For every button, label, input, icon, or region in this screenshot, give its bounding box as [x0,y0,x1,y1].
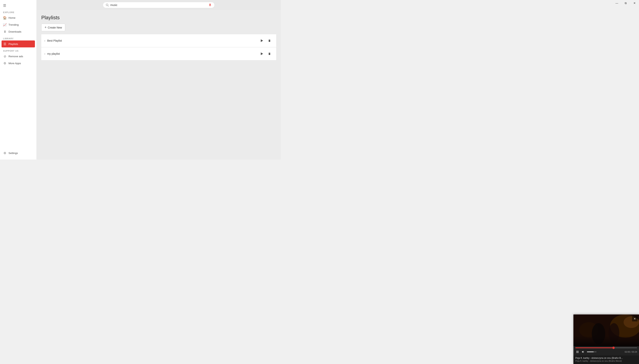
sidebar-item-home[interactable]: 🏠 Home [0,14,37,21]
plus-icon: + [45,26,47,30]
search-input[interactable] [110,4,207,6]
sidebar-item-remove-ads-label: Remove ads [9,55,23,58]
settings-icon: ⚙ [3,151,7,155]
svg-line-1 [108,6,109,6]
playlist-actions [258,50,273,58]
sidebar: ☰ EXPLORE 🏠 Home 📈 Trending ⬇ Downloads … [0,0,37,160]
svg-marker-3 [261,52,263,55]
delete-playlist-button[interactable] [266,50,273,58]
search-icon [106,4,109,6]
delete-playlist-button[interactable] [266,37,273,44]
create-new-label: Create New [48,26,62,29]
sidebar-item-downloads-label: Downloads [9,30,22,33]
play-playlist-button[interactable] [258,50,265,58]
home-icon: 🏠 [3,16,7,20]
more-apps-icon: ⚙ [3,62,7,65]
support-section-label: SUPPORT US [0,48,37,53]
playlist-actions [258,37,273,44]
sidebar-item-trending[interactable]: 📈 Trending [0,21,37,28]
sidebar-item-trending-label: Trending [9,23,19,26]
trending-icon: 📈 [3,23,7,26]
microphone-icon[interactable] [208,3,212,7]
page-title: Playlists [41,15,276,20]
playlists-icon: ☰ [3,42,7,46]
explore-section-label: EXPLORE [0,9,37,14]
chevron-right-icon[interactable]: › [44,39,45,42]
play-playlist-button[interactable] [258,37,265,44]
remove-ads-icon: ⊘ [3,54,7,58]
sidebar-top: ☰ [0,2,37,9]
playlist-name: my playlist [47,52,258,55]
sidebar-item-more-apps-label: More Apps [9,62,21,65]
main-content: Playlists + Create New › Best Playlist [37,0,281,160]
sidebar-item-playlists-label: Playlists [9,42,18,46]
sidebar-item-playlists[interactable]: ☰ Playlists [2,40,35,48]
sidebar-item-more-apps[interactable]: ⚙ More Apps [0,60,37,67]
sidebar-item-home-label: Home [9,16,16,19]
playlist-row: › my playlist [41,48,276,60]
library-section-label: LIBRARY [0,35,37,40]
search-bar [103,2,215,8]
sidebar-item-settings-label: Settings [9,152,18,154]
sidebar-item-remove-ads[interactable]: ⊘ Remove ads [0,53,37,60]
svg-marker-2 [261,39,263,42]
app-container: ☰ EXPLORE 🏠 Home 📈 Trending ⬇ Downloads … [0,0,281,160]
search-bar-area [37,0,281,10]
sidebar-item-settings[interactable]: ⚙ Settings [0,150,37,156]
sidebar-bottom: ⚙ Settings [0,150,37,158]
playlist-row: › Best Playlist [41,34,276,47]
create-new-button[interactable]: + Create New [41,24,65,31]
sidebar-item-downloads[interactable]: ⬇ Downloads [0,28,37,35]
playlist-name: Best Playlist [47,39,258,42]
content-area: Playlists + Create New › Best Playlist [37,10,281,160]
download-icon: ⬇ [3,30,7,33]
hamburger-button[interactable]: ☰ [2,3,7,8]
chevron-right-icon[interactable]: › [44,52,45,55]
